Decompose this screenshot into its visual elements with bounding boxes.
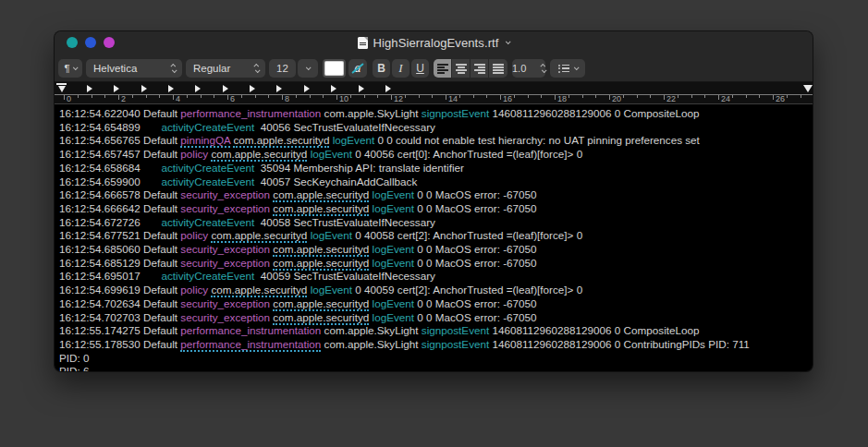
tab-stop-icon[interactable] (114, 85, 119, 92)
ruler-tick (336, 95, 337, 100)
log-line: 16:12:54.699619 Default policy com.apple… (59, 284, 813, 297)
log-segment: 0 0 MacOS error: -67050 (414, 297, 537, 309)
log-line: PID: 0 (59, 352, 813, 366)
log-line: 16:12:54.685129 Default security_excepti… (59, 257, 813, 271)
log-segment: logEvent (373, 257, 414, 269)
title-chevron-down-icon[interactable] (506, 39, 511, 44)
log-segment: 16:12:54.677521 Default (59, 229, 180, 241)
log-line: 16:12:54.702634 Default security_excepti… (59, 297, 813, 311)
document-text-area[interactable]: 16:12:54.622040 Default performance_inst… (55, 104, 813, 372)
typeface-select[interactable]: Regular (186, 59, 265, 78)
ruler-tick (405, 95, 406, 98)
right-margin-marker-icon[interactable] (803, 85, 813, 92)
tab-stop-icon[interactable] (250, 85, 255, 92)
ruler-tick (555, 95, 556, 100)
align-center-icon (456, 64, 467, 74)
ruler-tick (78, 95, 79, 98)
font-family-select[interactable]: Helvetica (86, 59, 182, 78)
ruler-tick (568, 95, 569, 98)
log-segment: 0 0 could not enable test hierarchy: no … (374, 134, 700, 146)
log-line: 16:12:54.659900 activityCreateEvent 4005… (59, 175, 813, 189)
ruler-tick (704, 95, 705, 98)
ruler-tick (173, 95, 174, 100)
ruler-number: 22 (666, 94, 676, 103)
log-segment: 14608112960288129006 0 ContributingPIDs … (489, 338, 750, 350)
zoom-button-icon[interactable] (104, 37, 115, 48)
tab-stop-icon[interactable] (385, 85, 391, 92)
tab-stop-icon[interactable] (276, 85, 282, 92)
title-bar[interactable]: HighSierralogEvents.rtf (55, 31, 813, 54)
minimize-button-icon[interactable] (85, 37, 96, 48)
underline-label: U (416, 62, 424, 75)
tab-stop-icon[interactable] (304, 85, 310, 92)
align-center-button[interactable] (452, 59, 471, 78)
stepper-icon (172, 64, 182, 73)
log-line: 16:12:54.685060 Default security_excepti… (59, 243, 813, 257)
log-line: 16:12:54.666578 Default security_excepti… (59, 188, 813, 202)
align-right-button[interactable] (471, 59, 489, 78)
log-segment: activityCreateEvent (161, 216, 254, 228)
ruler-tick (514, 95, 515, 98)
document-proxy-icon[interactable] (358, 37, 368, 49)
tab-stop-icon[interactable] (223, 85, 228, 92)
log-segment: 0 0 MacOS error: -67050 (414, 202, 537, 214)
log-segment: com.apple.securityd (211, 229, 307, 243)
typeface-value: Regular (193, 63, 230, 74)
align-left-button[interactable] (434, 59, 452, 78)
tab-stop-icon[interactable] (141, 85, 147, 92)
log-segment: 40056 SecTrustEvaluateIfNecessary (254, 121, 435, 133)
log-segment: 0 0 MacOS error: -67050 (414, 257, 537, 269)
tab-stop-icon[interactable] (168, 85, 174, 92)
tab-stop-icon[interactable] (195, 85, 201, 92)
stepper-icon (255, 64, 265, 73)
ruler-number: 20 (612, 94, 621, 103)
alignment-group (434, 59, 507, 78)
ruler-tick (350, 95, 351, 98)
tab-stop-icon[interactable] (87, 85, 92, 92)
log-segment: policy (180, 229, 208, 241)
ruler-tick (637, 95, 638, 98)
window-title-group[interactable]: HighSierralogEvents.rtf (358, 36, 510, 50)
bold-button[interactable]: B (373, 59, 390, 78)
ruler-tick (500, 95, 501, 100)
chevron-down-icon (573, 65, 579, 70)
list-style-button[interactable] (550, 59, 585, 78)
left-indent-marker-icon[interactable] (56, 83, 67, 92)
log-segment: 40058 SecTrustEvaluateIfNecessary (254, 216, 435, 228)
ruler-tick (268, 95, 269, 98)
log-line: PID: 6 (59, 365, 813, 372)
ruler-tick (377, 95, 378, 98)
italic-button[interactable]: I (392, 59, 410, 78)
font-size-dropdown[interactable] (298, 59, 318, 78)
underline-button[interactable]: U (411, 59, 429, 78)
font-size-field[interactable]: 12 (269, 59, 296, 78)
align-justify-button[interactable] (489, 59, 507, 78)
ruler-baseline (55, 94, 813, 95)
log-segment: com.apple.securityd (273, 243, 369, 257)
log-segment: logEvent (333, 134, 374, 146)
ruler-number: 0 (67, 94, 71, 103)
text-color-button[interactable]: a (348, 59, 367, 78)
log-segment: 16:12:54.659900 (59, 175, 161, 187)
ruler-number: 12 (394, 94, 403, 103)
tab-stop-icon[interactable] (359, 85, 364, 92)
log-segment: 16:12:54.658684 (59, 162, 161, 174)
log-segment: activityCreateEvent (161, 121, 254, 133)
tab-stop-icon[interactable] (331, 85, 336, 92)
log-segment: activityCreateEvent (161, 162, 254, 174)
paragraph-styles-button[interactable]: ¶ (58, 59, 82, 78)
ruler-tick (773, 95, 774, 100)
log-segment: security_exception (180, 257, 270, 269)
log-segment: signpostEvent (422, 107, 489, 119)
log-line: 16:12:54.695017 activityCreateEvent 4005… (59, 270, 813, 284)
log-segment: logEvent (373, 311, 414, 323)
log-segment: com.apple.securityd (273, 202, 369, 216)
ruler-tick (310, 95, 311, 98)
log-segment: com.apple.securityd (273, 297, 369, 311)
log-segment: 16:12:54.699619 Default (59, 284, 180, 296)
document-color-well[interactable] (323, 59, 346, 78)
ruler[interactable]: 02468101214161820222426 (55, 82, 813, 104)
close-button-icon[interactable] (67, 37, 78, 48)
ruler-tick (582, 95, 583, 98)
line-spacing-control[interactable]: 1.0 (512, 59, 545, 78)
